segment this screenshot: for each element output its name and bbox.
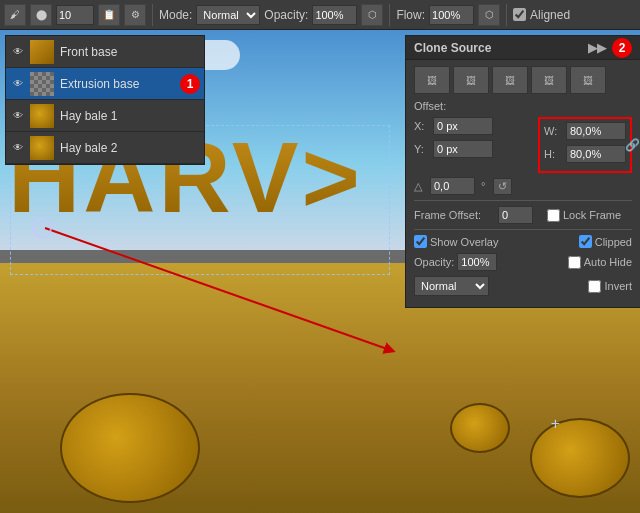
opacity-input[interactable]: 100% (312, 5, 357, 25)
layer-thumb-3 (30, 136, 54, 160)
divider-1 (152, 4, 153, 26)
layer-badge-1: 1 (180, 74, 200, 94)
xy-column: X: 0 px Y: 0 px (414, 117, 532, 163)
aligned-checkbox[interactable] (513, 8, 526, 21)
offset-row: Offset: (414, 100, 632, 112)
flow-label: Flow: (396, 8, 425, 22)
auto-hide-group: Auto Hide (568, 256, 632, 269)
x-input[interactable]: 0 px (433, 117, 493, 135)
eye-icon-1[interactable]: 👁 (10, 76, 26, 92)
eye-icon-0[interactable]: 👁 (10, 44, 26, 60)
blend-mode-select[interactable]: Normal Multiply (414, 276, 489, 296)
reset-angle-button[interactable]: ↺ (493, 178, 512, 195)
size-icon: ⬤ (30, 4, 52, 26)
flow-jitter-icon[interactable]: ⬡ (478, 4, 500, 26)
eye-icon-2[interactable]: 👁 (10, 108, 26, 124)
panel-expand-icon[interactable]: ▶▶ (588, 41, 606, 55)
source-slot-5[interactable]: 🖼 (570, 66, 606, 94)
invert-label: Invert (604, 280, 632, 292)
normal-invert-row: Normal Multiply Invert (414, 276, 632, 296)
clone-panel-badge: 2 (612, 38, 632, 58)
show-overlay-group: Show Overlay (414, 235, 575, 248)
layer-row-hay-bale-2[interactable]: 👁 Hay bale 2 (6, 132, 204, 164)
brush-options-icon[interactable]: ⚙ (124, 4, 146, 26)
source-slot-2[interactable]: 🖼 (453, 66, 489, 94)
show-overlay-checkbox[interactable] (414, 235, 427, 248)
overlay-opacity-group: Opacity: 100% (414, 253, 564, 271)
divider-2 (389, 4, 390, 26)
source-slot-3[interactable]: 🖼 (492, 66, 528, 94)
layer-thumb-2 (30, 104, 54, 128)
angle-icon: △ (414, 180, 422, 193)
h-input[interactable]: 80,0% (566, 145, 626, 163)
source-slots-row: 🖼 🖼 🖼 🖼 🖼 (414, 66, 632, 94)
link-wh-icon[interactable]: 🔗 (625, 138, 640, 152)
frame-offset-row: Frame Offset: 0 Lock Frame (414, 206, 632, 224)
layer-row-front-base[interactable]: 👁 Front base (6, 36, 204, 68)
opacity-label: Opacity: (264, 8, 308, 22)
panel-body: 🖼 🖼 🖼 🖼 🖼 Offset: X: 0 px (406, 60, 640, 307)
degree-symbol: ° (481, 180, 485, 192)
source-slot-4[interactable]: 🖼 (531, 66, 567, 94)
auto-hide-checkbox[interactable] (568, 256, 581, 269)
mode-select[interactable]: Normal Multiply Screen (196, 5, 260, 25)
hay-bale-right (530, 418, 630, 498)
h-row: H: 80,0% (544, 145, 626, 163)
layer-name-3: Hay bale 2 (60, 141, 200, 155)
layer-row-extrusion-base[interactable]: 👁 Extrusion base 1 (6, 68, 204, 100)
panel-title: Clone Source (414, 41, 491, 55)
w-row: W: 80,0% (544, 122, 626, 140)
eye-icon-3[interactable]: 👁 (10, 140, 26, 156)
main-area: HARV> ○ + 👁 (0, 30, 640, 513)
source-slot-1[interactable]: 🖼 (414, 66, 450, 94)
w-input[interactable]: 80,0% (566, 122, 626, 140)
y-label: Y: (414, 143, 429, 155)
clone-source-point: ○ (32, 218, 52, 238)
layer-row-hay-bale-1[interactable]: 👁 Hay bale 1 (6, 100, 204, 132)
overlay-opacity-row: Opacity: 100% Auto Hide (414, 253, 632, 271)
frame-offset-label: Frame Offset: (414, 209, 494, 221)
frame-offset-input[interactable]: 0 (498, 206, 533, 224)
hay-bale-small (450, 403, 510, 453)
h-label: H: (544, 148, 562, 160)
angle-input[interactable]: 0,0 (430, 177, 475, 195)
layer-name-1: Extrusion base (60, 77, 176, 91)
crosshair-indicator: + (551, 415, 560, 433)
layers-panel: 👁 Front base 👁 Extrusion base 1 👁 Hay ba… (5, 35, 205, 165)
normal-select-group: Normal Multiply (414, 276, 574, 296)
layer-thumb-1 (30, 72, 54, 96)
x-label: X: (414, 120, 429, 132)
invert-checkbox[interactable] (588, 280, 601, 293)
clipped-checkbox[interactable] (579, 235, 592, 248)
panel-header-icons: ▶▶ (588, 41, 606, 55)
brush-size-input[interactable]: 10 (56, 5, 94, 25)
lock-frame-checkbox[interactable] (547, 209, 560, 222)
w-label: W: (544, 125, 562, 137)
panel-header: Clone Source ▶▶ 2 (406, 36, 640, 60)
divider-3 (506, 4, 507, 26)
layer-name-2: Hay bale 1 (60, 109, 200, 123)
lock-frame-row: Lock Frame (547, 209, 621, 222)
brush-preset-icon[interactable]: 📋 (98, 4, 120, 26)
x-row: X: 0 px (414, 117, 532, 135)
layer-thumb-0 (30, 40, 54, 64)
overlay-opacity-label: Opacity: (414, 256, 454, 268)
flow-input[interactable]: 100% (429, 5, 474, 25)
invert-group: Invert (588, 280, 632, 293)
y-input[interactable]: 0 px (433, 140, 493, 158)
angle-row: △ 0,0 ° ↺ (414, 177, 632, 195)
opacity-jitter-icon[interactable]: ⬡ (361, 4, 383, 26)
divider-2 (414, 229, 632, 230)
hay-bale-left (60, 393, 200, 503)
brush-tool-icon[interactable]: 🖌 (4, 4, 26, 26)
overlay-opacity-input[interactable]: 100% (457, 253, 497, 271)
layer-name-0: Front base (60, 45, 200, 59)
clone-source-panel: Clone Source ▶▶ 2 🖼 🖼 🖼 🖼 🖼 Offset: (405, 35, 640, 308)
clipped-group: Clipped (579, 235, 632, 248)
aligned-label: Aligned (530, 8, 570, 22)
y-row: Y: 0 px (414, 140, 532, 158)
show-overlay-row: Show Overlay Clipped (414, 235, 632, 248)
wh-group: W: 80,0% H: 80,0% 🔗 (538, 117, 632, 173)
mode-label: Mode: (159, 8, 192, 22)
offset-label: Offset: (414, 100, 454, 112)
